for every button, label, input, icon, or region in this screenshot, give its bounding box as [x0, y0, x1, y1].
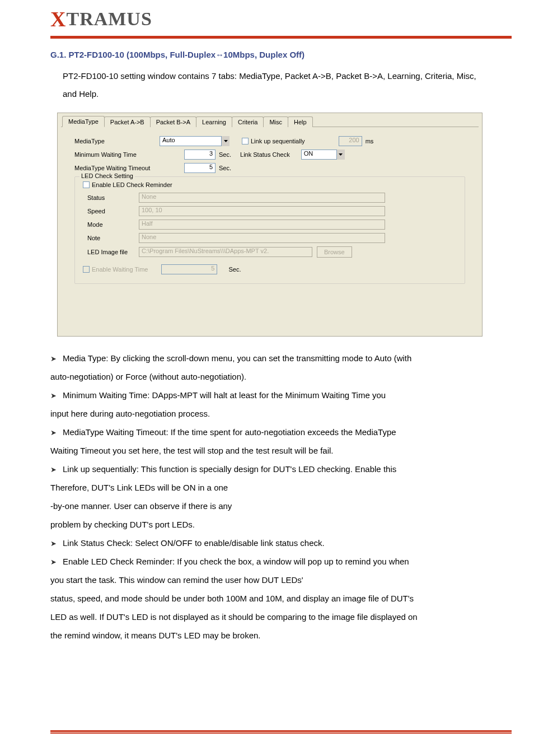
tab-mediatype[interactable]: MediaType [62, 116, 105, 127]
tab-help[interactable]: Help [288, 116, 313, 127]
status-input[interactable]: None [139, 193, 385, 203]
tab-packet-ab[interactable]: Packet A->B [104, 116, 151, 127]
enable-led-checkbox[interactable] [83, 181, 90, 188]
svg-marker-1 [339, 153, 343, 156]
settings-window: MediaType Packet A->B Packet B->A Learni… [57, 113, 483, 337]
bullet6-e: the remind window, it means DUT's LED ma… [50, 626, 500, 645]
label-linkup-seq: Link up sequentially [251, 138, 305, 144]
led-image-input[interactable]: C:\Program Files\NuStreams\\\DApps-MPT v… [139, 247, 312, 257]
label-min-waiting-unit: Sec. [219, 151, 231, 158]
min-waiting-input[interactable]: 3 [184, 150, 216, 160]
tab-packet-ba[interactable]: Packet B->A [150, 116, 196, 127]
label-mediatype: MediaType [74, 138, 160, 144]
label-enable-waiting-unit: Sec. [228, 266, 241, 273]
brand-rest: TRAMUS [66, 8, 152, 29]
intro-text: PT2-FD100-10 setting window contains 7 t… [63, 67, 484, 102]
footer-rules [50, 730, 512, 734]
label-enable-waiting: Enable Waiting Time [92, 266, 148, 273]
label-enable-led: Enable LED Check Reminder [92, 181, 172, 188]
intro-paragraph: PT2-FD100-10 setting window contains 7 t… [50, 67, 484, 102]
linkup-seq-ms-input[interactable]: 200 [339, 136, 362, 146]
enable-waiting-input[interactable]: 5 [161, 264, 217, 274]
tab-learning[interactable]: Learning [196, 116, 232, 127]
mode-input[interactable]: Half [139, 220, 385, 230]
brand-x: X [50, 7, 66, 31]
brand-logo: XTRAMUS [50, 7, 514, 31]
label-speed: Speed [83, 208, 139, 214]
bullet4-b: Therefore, DUT's Link LEDs will be ON in… [50, 478, 500, 497]
bullet2-b: input here during auto-negotiation proce… [50, 409, 210, 418]
bullet3-b: Waiting Timeout you set here, the test w… [50, 446, 334, 455]
label-led-image: LED Image file [83, 249, 139, 255]
bullet-block: ➤Media Type: By clicking the scroll-down… [50, 349, 500, 645]
dropdown-icon[interactable] [221, 136, 229, 146]
label-note: Note [83, 235, 139, 241]
label-ms: ms [366, 138, 374, 144]
speed-input[interactable]: 100, 10 [139, 206, 385, 216]
label-link-status: Link Status Check [240, 151, 290, 158]
bullet-icon: ➤ [50, 388, 58, 404]
bullet4-d: problem by checking DUT's port LEDs. [50, 515, 500, 534]
browse-button[interactable]: Browse [317, 246, 352, 258]
bullet6-a: Enable LED Check Reminder: If you check … [63, 557, 409, 566]
bullet-icon: ➤ [50, 554, 58, 571]
bullet1-a: Media Type: By clicking the scroll-down … [63, 353, 411, 363]
label-mediatype-timeout-unit: Sec. [219, 165, 231, 171]
mediatype-timeout-input[interactable]: 5 [184, 163, 216, 173]
bullet4-c: -by-one manner. User can observe if ther… [50, 497, 500, 515]
dropdown-icon[interactable] [336, 150, 345, 160]
bullet4-a: Link up sequentially: This function is s… [63, 464, 396, 474]
bullet-icon: ➤ [50, 351, 58, 367]
bullet6-c: status, speed, and mode should be under … [50, 589, 500, 608]
led-check-group: LED Check Setting Enable LED Check Remin… [74, 176, 465, 284]
mediatype-panel: MediaType Auto Link up sequentially 200 … [61, 127, 479, 288]
label-mode: Mode [83, 221, 139, 228]
bullet6-d: LED as well. If DUT's LED is not display… [50, 608, 500, 626]
section-title: G.1. PT2-FD100-10 (100Mbps, Full-Duplex↔… [50, 50, 534, 59]
linkup-seq-checkbox[interactable] [242, 138, 249, 144]
bullet-icon: ➤ [50, 536, 58, 552]
bullet1-b: auto-negotiation) or Force (without auto… [50, 372, 246, 381]
enable-waiting-checkbox[interactable] [83, 266, 90, 273]
bullet3-a: MediaType Waiting Timeout: If the time s… [63, 427, 396, 437]
tab-bar: MediaType Packet A->B Packet B->A Learni… [61, 115, 479, 127]
bullet-icon: ➤ [50, 425, 58, 441]
header-rule-thin [50, 38, 512, 39]
tab-misc[interactable]: Misc [263, 116, 288, 127]
tab-criteria[interactable]: Criteria [232, 116, 264, 127]
group-title-led: LED Check Setting [79, 172, 135, 179]
mediatype-select[interactable]: Auto [160, 136, 229, 146]
bullet5: Link Status Check: Select ON/OFF to enab… [63, 538, 325, 548]
bullet-icon: ➤ [50, 462, 58, 478]
label-mediatype-timeout: MediaType Waiting Timeout [74, 165, 160, 171]
note-input[interactable]: None [139, 233, 385, 243]
label-status: Status [83, 194, 139, 201]
svg-marker-0 [224, 140, 228, 142]
bullet6-b: you start the task. This window can remi… [50, 571, 500, 589]
bullet2-a: Minimum Waiting Time: DApps-MPT will hal… [63, 390, 386, 400]
label-min-waiting: Minimum Waiting Time [74, 151, 160, 158]
